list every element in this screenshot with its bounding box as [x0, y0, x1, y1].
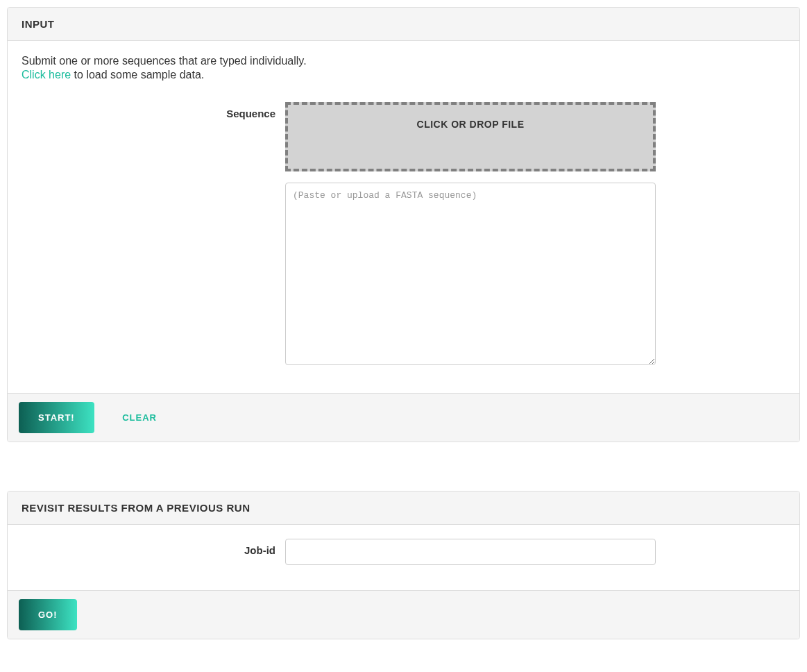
sample-data-line: Click here to load some sample data.: [22, 69, 785, 81]
jobid-input[interactable]: [285, 539, 656, 565]
sample-data-link[interactable]: Click here: [22, 69, 71, 81]
revisit-panel-title: REVISIT RESULTS FROM A PREVIOUS RUN: [8, 492, 799, 525]
sequence-row: Sequence CLICK OR DROP FILE: [22, 102, 785, 171]
go-button[interactable]: GO!: [19, 599, 77, 630]
input-panel-footer: START! CLEAR: [8, 393, 799, 442]
intro-text: Submit one or more sequences that are ty…: [22, 55, 785, 67]
input-panel-title: INPUT: [8, 8, 799, 41]
jobid-row: Job-id: [22, 539, 785, 565]
sequence-textarea[interactable]: [285, 183, 656, 365]
sequence-label: Sequence: [22, 102, 285, 119]
sequence-textarea-row: [22, 183, 785, 368]
start-button[interactable]: START!: [19, 402, 94, 433]
sample-data-suffix: to load some sample data.: [71, 69, 204, 81]
input-panel: INPUT Submit one or more sequences that …: [7, 7, 800, 442]
revisit-panel-footer: GO!: [8, 590, 799, 639]
sequence-textarea-spacer: [22, 183, 285, 188]
revisit-panel-body: Job-id: [8, 525, 799, 590]
revisit-panel: REVISIT RESULTS FROM A PREVIOUS RUN Job-…: [7, 491, 800, 639]
file-dropzone[interactable]: CLICK OR DROP FILE: [285, 102, 656, 171]
jobid-label: Job-id: [22, 539, 285, 556]
clear-button[interactable]: CLEAR: [108, 402, 171, 433]
input-panel-body: Submit one or more sequences that are ty…: [8, 41, 799, 393]
